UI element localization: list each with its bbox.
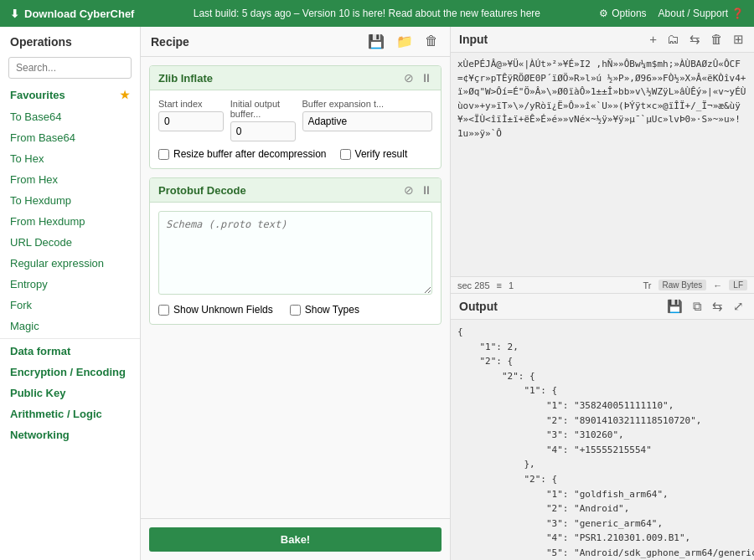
input-status: sec 285 ≡ 1 Tr Raw Bytes ← LF xyxy=(451,276,754,293)
initial-buffer-field: Initial output buffer... xyxy=(230,99,296,141)
protobuf-decode-card: Protobuf Decode ⊘ ⏸ Show Unknown Fields xyxy=(149,177,442,325)
sidebar-scroll: To Base64 From Base64 To Hex From Hex To… xyxy=(0,106,140,560)
download-label[interactable]: Download CyberChef xyxy=(24,8,134,20)
recipe-content: Zlib Inflate ⊘ ⏸ Start index Initial out… xyxy=(141,57,450,518)
load-recipe-icon[interactable]: 📁 xyxy=(395,33,415,49)
input-icons: + 🗂 ⇆ 🗑 ⊞ xyxy=(648,32,746,47)
zlib-pause-icon[interactable]: ⏸ xyxy=(421,71,432,85)
main-layout: Operations Favourites ★ To Base64 From B… xyxy=(0,27,754,560)
clear-recipe-icon[interactable]: 🗑 xyxy=(423,33,440,49)
zlib-params-row: Start index Initial output buffer... Buf… xyxy=(158,99,432,141)
help-icon: ❓ xyxy=(731,8,744,19)
zlib-controls: ⊘ ⏸ xyxy=(404,71,432,85)
search-input[interactable] xyxy=(8,57,132,79)
output-title: Output xyxy=(459,300,498,313)
sidebar-item-regex[interactable]: Regular expression xyxy=(0,253,140,274)
zlib-inflate-card: Zlib Inflate ⊘ ⏸ Start index Initial out… xyxy=(149,65,442,169)
support-button[interactable]: About / Support ❓ xyxy=(658,8,744,19)
sidebar-item-fork[interactable]: Fork xyxy=(0,295,140,316)
typography-icon: Tr xyxy=(643,280,652,290)
recipe-panel: Recipe 💾 📁 🗑 Zlib Inflate ⊘ ⏸ xyxy=(141,27,451,560)
sidebar: Operations Favourites ★ To Base64 From B… xyxy=(0,27,141,560)
protobuf-decode-header: Protobuf Decode ⊘ ⏸ xyxy=(150,178,441,203)
topbar-left: ⬇ Download CyberChef xyxy=(10,8,134,20)
output-section: Output 💾 ⧉ ⇆ ⤢ { "1": 2, "2": { "2": { "… xyxy=(451,294,754,560)
recipe-icons: 💾 📁 🗑 xyxy=(366,33,440,49)
initial-buffer-input[interactable] xyxy=(230,121,296,141)
buffer-expansion-label: Buffer expansion t... xyxy=(302,99,433,109)
input-arrow-icon[interactable]: ⇆ xyxy=(688,32,702,47)
output-new-input-icon[interactable]: ⇆ xyxy=(710,299,725,314)
verify-result-checkbox-label[interactable]: Verify result xyxy=(340,148,408,160)
schema-textarea[interactable] xyxy=(158,211,432,295)
zlib-checkboxes: Resize buffer after decompression Verify… xyxy=(158,148,432,160)
input-add-icon[interactable]: + xyxy=(648,32,658,47)
protobuf-disable-icon[interactable]: ⊘ xyxy=(404,183,414,197)
sidebar-item-entropy[interactable]: Entropy xyxy=(0,274,140,295)
show-types-checkbox-label[interactable]: Show Types xyxy=(290,304,359,316)
topbar-center: Last build: 5 days ago – Version 10 is h… xyxy=(194,8,540,19)
input-grid-icon[interactable]: ⊞ xyxy=(731,32,746,47)
zlib-inflate-body: Start index Initial output buffer... Buf… xyxy=(150,90,441,168)
recipe-header: Recipe 💾 📁 🗑 xyxy=(141,27,450,57)
input-content[interactable]: xÙePÉJÂ@»¥Ü«|ÀÚt»²»¥É»I2 ,hÑ»»ÔBw¼m$mh;»… xyxy=(451,53,754,276)
topbar-right: ⚙ Options About / Support ❓ xyxy=(599,8,744,19)
initial-buffer-label: Initial output buffer... xyxy=(230,99,296,119)
output-save-icon[interactable]: 💾 xyxy=(665,299,684,314)
start-index-field: Start index xyxy=(158,99,224,141)
sidebar-item-networking[interactable]: Networking xyxy=(0,424,140,445)
sidebar-title: Operations xyxy=(0,27,140,54)
sidebar-item-from-hexdump[interactable]: From Hexdump xyxy=(0,211,140,232)
encoding-badge[interactable]: Raw Bytes xyxy=(658,280,707,290)
input-folder-icon[interactable]: 🗂 xyxy=(665,32,681,47)
input-col: 1 xyxy=(509,280,514,290)
bake-button[interactable]: Bake! xyxy=(149,527,442,552)
output-content: { "1": 2, "2": { "2": { "1": { "1": "358… xyxy=(451,320,754,560)
sidebar-item-magic[interactable]: Magic xyxy=(0,316,140,337)
sidebar-item-arithmetic[interactable]: Arithmetic / Logic xyxy=(0,403,140,424)
gear-icon: ⚙ xyxy=(599,8,608,19)
protobuf-controls: ⊘ ⏸ xyxy=(404,183,432,197)
input-trash-icon[interactable]: 🗑 xyxy=(709,32,725,47)
sidebar-item-from-hex[interactable]: From Hex xyxy=(0,169,140,190)
sidebar-item-to-base64[interactable]: To Base64 xyxy=(0,106,140,127)
star-icon: ★ xyxy=(120,89,130,101)
show-types-checkbox[interactable] xyxy=(290,305,301,316)
sidebar-item-from-base64[interactable]: From Base64 xyxy=(0,127,140,148)
protobuf-decode-title: Protobuf Decode xyxy=(158,184,246,197)
input-col-label: ≡ xyxy=(497,280,502,290)
sidebar-item-to-hex[interactable]: To Hex xyxy=(0,148,140,169)
input-header: Input + 🗂 ⇆ 🗑 ⊞ xyxy=(451,27,754,53)
output-copy-icon[interactable]: ⧉ xyxy=(691,299,704,314)
output-expand-icon[interactable]: ⤢ xyxy=(731,299,746,314)
right-column: Input + 🗂 ⇆ 🗑 ⊞ xÙePÉJÂ@»¥Ü«|ÀÚt»²»¥É»I2… xyxy=(451,27,754,560)
arrow-icon: ← xyxy=(713,280,722,290)
sidebar-item-encryption[interactable]: Encryption / Encoding xyxy=(0,362,140,383)
sidebar-item-public-key[interactable]: Public Key xyxy=(0,383,140,403)
resize-buffer-checkbox[interactable] xyxy=(158,149,169,160)
sidebar-item-to-hexdump[interactable]: To Hexdump xyxy=(0,190,140,211)
buffer-expansion-input[interactable] xyxy=(302,111,433,131)
resize-buffer-checkbox-label[interactable]: Resize buffer after decompression xyxy=(158,148,327,160)
start-index-input[interactable] xyxy=(158,111,224,131)
build-info[interactable]: Last build: 5 days ago – Version 10 is h… xyxy=(194,8,540,19)
save-recipe-icon[interactable]: 💾 xyxy=(366,33,386,49)
show-unknown-checkbox[interactable] xyxy=(158,305,169,316)
recipe-bottom: Bake! xyxy=(141,518,450,560)
start-index-label: Start index xyxy=(158,99,224,109)
input-section: Input + 🗂 ⇆ 🗑 ⊞ xÙePÉJÂ@»¥Ü«|ÀÚt»²»¥É»I2… xyxy=(451,27,754,294)
verify-result-checkbox[interactable] xyxy=(340,149,351,160)
protobuf-decode-body: Show Unknown Fields Show Types xyxy=(150,203,441,324)
sidebar-item-data-format[interactable]: Data format xyxy=(0,341,140,362)
show-unknown-checkbox-label[interactable]: Show Unknown Fields xyxy=(158,304,273,316)
zlib-disable-icon[interactable]: ⊘ xyxy=(404,71,414,85)
lf-badge[interactable]: LF xyxy=(729,280,747,290)
sidebar-item-url-decode[interactable]: URL Decode xyxy=(0,232,140,253)
input-sec: sec 285 xyxy=(457,280,490,290)
protobuf-pause-icon[interactable]: ⏸ xyxy=(421,183,432,197)
sidebar-favourites[interactable]: Favourites ★ xyxy=(0,84,140,106)
recipe-title: Recipe xyxy=(151,35,189,49)
input-title: Input xyxy=(459,33,488,46)
topbar: ⬇ Download CyberChef Last build: 5 days … xyxy=(0,0,754,27)
options-button[interactable]: ⚙ Options xyxy=(599,8,646,19)
